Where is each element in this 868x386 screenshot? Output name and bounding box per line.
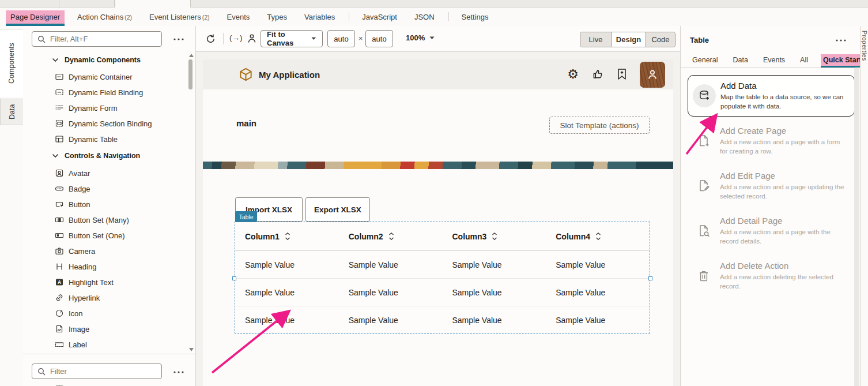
tab-variables[interactable]: Variables bbox=[300, 10, 339, 24]
components-panel: Dynamic Components Dynamic Container Dyn… bbox=[23, 26, 196, 386]
selection-handle-left[interactable] bbox=[232, 276, 236, 280]
components-filter[interactable] bbox=[32, 31, 162, 47]
mode-switcher: Live Design Code bbox=[580, 32, 675, 47]
chevron-down-icon bbox=[52, 153, 59, 158]
scroll-up-arrow[interactable] bbox=[189, 54, 194, 57]
selection-handle-right[interactable] bbox=[648, 276, 652, 280]
components-menu-button[interactable] bbox=[172, 35, 186, 44]
column-label: Column4 bbox=[556, 232, 590, 241]
tab-settings[interactable]: Settings bbox=[457, 10, 493, 24]
quick-start-description: Add a new action deleting the selected r… bbox=[720, 273, 849, 291]
quick-start-add-edit-page[interactable]: Add Edit Page Add a new action and a pag… bbox=[688, 165, 855, 207]
thumbs-up-icon[interactable] bbox=[591, 68, 604, 81]
chevron-down-icon bbox=[429, 36, 435, 40]
editor-tab[interactable] bbox=[0, 0, 59, 8]
properties-menu-button[interactable] bbox=[834, 36, 848, 45]
component-icon[interactable]: Icon bbox=[55, 307, 83, 320]
component-image[interactable]: Image bbox=[55, 323, 89, 335]
section-title: Controls & Navigation bbox=[65, 152, 140, 160]
right-rail[interactable]: Properties bbox=[860, 26, 868, 386]
table-row[interactable]: Sample Value Sample Value Sample Value S… bbox=[235, 279, 650, 306]
quick-start-title: Add Detail Page bbox=[720, 216, 849, 226]
component-heading[interactable]: Heading bbox=[55, 260, 96, 273]
tab-all[interactable]: All bbox=[798, 54, 810, 66]
editor-tab-active[interactable] bbox=[115, 0, 191, 8]
user-cursor-icon[interactable] bbox=[247, 33, 257, 44]
design-button[interactable]: Design bbox=[612, 32, 646, 47]
bottom-menu-button[interactable] bbox=[172, 368, 186, 377]
sort-icon bbox=[388, 233, 394, 240]
tab-event-listeners[interactable]: Event Listeners(2) bbox=[145, 10, 214, 24]
column-header[interactable]: Column3 bbox=[443, 232, 546, 241]
column-header[interactable]: Column4 bbox=[546, 232, 650, 241]
quick-start-add-detail-page[interactable]: Add Detail Page Add a new action and a p… bbox=[688, 210, 855, 252]
tab-events[interactable]: Events bbox=[761, 54, 787, 66]
quick-start-add-create-page[interactable]: Add Create Page Add a new action and a p… bbox=[688, 120, 855, 162]
column-header[interactable]: Column2 bbox=[339, 232, 443, 241]
tab-json[interactable]: JSON bbox=[410, 10, 439, 24]
button-set-many-icon bbox=[55, 215, 64, 224]
component-button-set-one[interactable]: Button Set (One) bbox=[55, 229, 125, 242]
rail-tab-components[interactable]: Components bbox=[0, 29, 23, 97]
tab-types[interactable]: Types bbox=[262, 10, 292, 24]
section-dynamic-components[interactable]: Dynamic Components bbox=[52, 56, 141, 64]
dynamic-form-icon bbox=[55, 103, 64, 113]
page-heading[interactable]: main bbox=[236, 118, 256, 128]
quick-start-add-delete-action[interactable]: Add Delete Action Add a new action delet… bbox=[688, 255, 855, 297]
component-avatar[interactable]: Avatar bbox=[55, 167, 90, 179]
component-button-set-many[interactable]: Button Set (Many) bbox=[55, 213, 129, 226]
bookmark-plus-icon[interactable] bbox=[617, 68, 627, 81]
quick-start-add-data[interactable]: Add Data Map the table to a data source,… bbox=[688, 75, 855, 117]
bottom-filter-input[interactable] bbox=[50, 367, 156, 376]
zoom-dropdown[interactable]: 100% bbox=[403, 31, 437, 45]
component-dynamic-form[interactable]: Dynamic Form bbox=[55, 102, 118, 114]
scrollbar-thumb[interactable] bbox=[188, 59, 193, 89]
app-header-bar[interactable]: My Application ⚙ bbox=[203, 59, 673, 89]
tab-data[interactable]: Data bbox=[730, 54, 750, 66]
list-item-partial[interactable] bbox=[55, 383, 64, 386]
tab-general[interactable]: General bbox=[690, 54, 720, 66]
canvas-width-input[interactable] bbox=[327, 30, 355, 47]
tab-quick-start[interactable]: Quick Start bbox=[821, 54, 864, 66]
editor-tab[interactable] bbox=[59, 0, 115, 8]
tab-page-designer[interactable]: Page Designer bbox=[6, 10, 65, 24]
refresh-icon[interactable] bbox=[205, 33, 216, 44]
selection-badge: Table bbox=[235, 211, 257, 222]
table-row[interactable]: Sample Value Sample Value Sample Value S… bbox=[235, 306, 650, 334]
cursor-mode-icon[interactable]: (→) bbox=[229, 33, 243, 42]
person-icon bbox=[646, 68, 659, 81]
component-label[interactable]: Label bbox=[55, 338, 87, 351]
components-filter-input[interactable] bbox=[50, 35, 156, 43]
fit-to-canvas-dropdown[interactable]: Fit to Canvas bbox=[261, 30, 323, 47]
properties-scrollbar-track[interactable] bbox=[854, 68, 859, 386]
tab-javascript[interactable]: JavaScript bbox=[357, 10, 402, 24]
component-dynamic-container[interactable]: Dynamic Container bbox=[55, 70, 133, 83]
component-highlight-text[interactable]: A Highlight Text bbox=[55, 276, 114, 288]
component-button[interactable]: Button bbox=[55, 198, 90, 211]
canvas-height-input[interactable] bbox=[365, 30, 393, 47]
tab-events[interactable]: Events bbox=[222, 10, 255, 24]
component-hyperlink[interactable]: Hyperlink bbox=[55, 291, 100, 304]
column-header[interactable]: Column1 bbox=[235, 232, 339, 241]
gear-icon[interactable]: ⚙ bbox=[567, 68, 579, 81]
scroll-down-arrow[interactable] bbox=[189, 348, 194, 351]
code-button[interactable]: Code bbox=[646, 32, 675, 47]
table-component[interactable]: Column1 Column2 Column3 Column4 Sample V… bbox=[235, 222, 650, 333]
export-xlsx-button[interactable]: Export XLSX bbox=[305, 197, 370, 222]
component-camera[interactable]: Camera bbox=[55, 245, 95, 257]
component-dynamic-field-binding[interactable]: Dynamic Field Binding bbox=[55, 86, 143, 99]
rail-tab-data[interactable]: Data bbox=[0, 99, 23, 125]
bottom-filter[interactable] bbox=[32, 363, 162, 379]
table-row[interactable]: Sample Value Sample Value Sample Value S… bbox=[235, 251, 650, 279]
component-dynamic-section-binding[interactable]: Dynamic Section Binding bbox=[55, 117, 152, 130]
component-badge[interactable]: Badge bbox=[55, 182, 90, 195]
tab-count: (2) bbox=[124, 14, 132, 21]
live-button[interactable]: Live bbox=[580, 32, 612, 47]
tab-action-chains[interactable]: Action Chains(2) bbox=[73, 10, 137, 24]
user-avatar[interactable] bbox=[640, 62, 665, 88]
section-controls-navigation[interactable]: Controls & Navigation bbox=[52, 152, 140, 160]
slot-template-actions[interactable]: Slot Template (actions) bbox=[549, 117, 650, 134]
tab-label: Events bbox=[227, 13, 250, 21]
component-dynamic-table[interactable]: Dynamic Table bbox=[55, 133, 118, 145]
avatar-icon bbox=[55, 168, 64, 178]
